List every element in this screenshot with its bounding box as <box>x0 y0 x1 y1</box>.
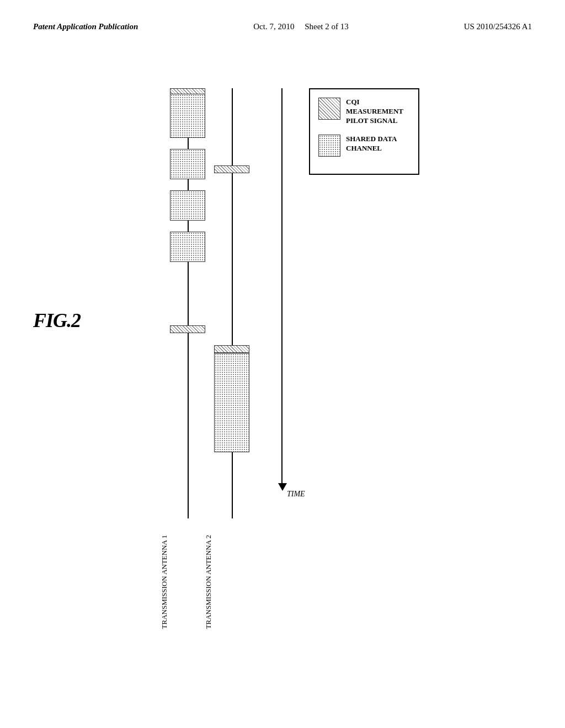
sheet-info: Sheet 2 of 13 <box>305 22 349 31</box>
antenna2-axis <box>232 88 233 518</box>
antenna1-label-wrapper: TRANSMISSION ANTENNA 1 <box>160 535 169 629</box>
antenna2-label: TRANSMISSION ANTENNA 2 <box>204 535 213 629</box>
header-date-sheet: Oct. 7, 2010 Sheet 2 of 13 <box>253 22 349 31</box>
antenna1-label: TRANSMISSION ANTENNA 1 <box>160 535 169 629</box>
patent-number: US 2010/254326 A1 <box>464 22 532 31</box>
legend-data-item: SHARED DATA CHANNEL <box>318 135 410 157</box>
legend-data-label: SHARED DATA CHANNEL <box>346 135 410 153</box>
antenna2-label-wrapper: TRANSMISSION ANTENNA 2 <box>204 535 213 629</box>
ant2-cqi-block-2 <box>214 345 249 353</box>
ant1-data-block-4 <box>170 232 205 262</box>
ant2-cqi-block-1 <box>214 165 249 173</box>
publication-title: Patent Application Publication <box>33 22 138 31</box>
legend-cqi-label: CQI MEASUREMENT PILOT SIGNAL <box>346 98 410 126</box>
publication-date: Oct. 7, 2010 <box>253 22 294 31</box>
page-header: Patent Application Publication Oct. 7, 2… <box>0 0 565 31</box>
ant2-data-block-1 <box>214 353 249 452</box>
time-label: TIME <box>287 490 305 499</box>
timeline-arrow <box>278 483 287 491</box>
legend-cqi-swatch <box>318 98 340 120</box>
legend-cqi-item: CQI MEASUREMENT PILOT SIGNAL <box>318 98 410 126</box>
legend-box: CQI MEASUREMENT PILOT SIGNAL SHARED DATA… <box>309 88 419 175</box>
figure-label: FIG.2 <box>33 309 81 332</box>
ant1-data-block-3 <box>170 190 205 221</box>
legend-data-swatch <box>318 135 340 157</box>
ant1-data-block-1 <box>170 94 205 138</box>
ant1-data-block-2 <box>170 149 205 179</box>
timeline-line <box>281 88 282 485</box>
ant1-cqi-block-3 <box>170 325 205 333</box>
